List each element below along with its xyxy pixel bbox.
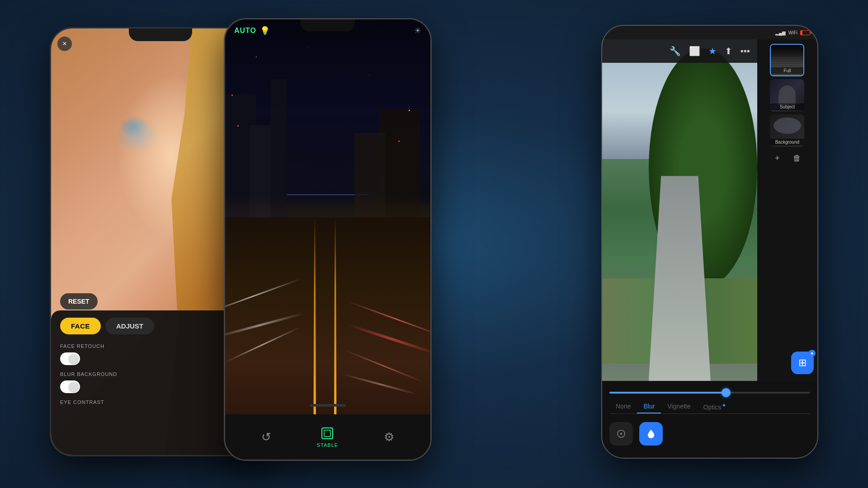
rotate-control[interactable]: ↺ — [261, 430, 271, 444]
right-phone: ▂▄▆ WiFi 🔧 ⬜ ★ ⬆ ••• — [601, 25, 818, 459]
linear-blur-icon[interactable] — [639, 422, 663, 446]
right-phone-screen: ▂▄▆ WiFi 🔧 ⬜ ★ ⬆ ••• — [602, 26, 817, 458]
tab-optics[interactable]: Optics★ — [697, 400, 733, 413]
add-thumb-button[interactable]: + — [770, 151, 784, 165]
phones-container: × EXP RESET ↩ FACE ADJUST — [0, 0, 868, 488]
slider-thumb[interactable] — [722, 388, 731, 397]
thumb-action-buttons: + 🗑 — [770, 151, 804, 165]
gear-icon: ⚙ — [384, 430, 394, 444]
layers-icon: ⊞ — [798, 357, 807, 369]
light-streak — [342, 373, 418, 395]
battery-icon — [800, 30, 810, 35]
brightness-icon[interactable]: ☀ — [414, 26, 421, 36]
adjust-tab-button[interactable]: ADJUST — [105, 318, 154, 334]
thumb-full[interactable]: Full — [770, 44, 804, 76]
thumbnails-panel: Full Subject Background + 🗑 — [757, 39, 817, 381]
blur-type-icons — [609, 419, 810, 448]
star-dot — [307, 47, 308, 47]
signal-bars: ▂▄▆ — [775, 30, 786, 35]
window-light — [409, 110, 410, 111]
tab-none[interactable]: None — [609, 400, 637, 413]
optics-star: ★ — [722, 403, 726, 408]
reset-button[interactable]: RESET — [60, 293, 98, 310]
radial-blur-icon[interactable] — [609, 422, 633, 446]
thumb-subject[interactable]: Subject — [770, 79, 804, 112]
thumb-full-label: Full — [771, 67, 803, 74]
delete-thumb-button[interactable]: 🗑 — [790, 151, 804, 165]
layers-ai-button[interactable]: ⊞ ★ — [791, 352, 814, 374]
auto-badge: AUTO — [234, 27, 256, 35]
intensity-slider[interactable] — [609, 392, 810, 394]
svg-point-3 — [620, 433, 622, 435]
effect-tab-bar: None Blur Vignette Optics★ — [609, 400, 810, 414]
thumb-background[interactable]: Background — [770, 114, 804, 147]
left-phone-notch — [129, 28, 192, 41]
svg-rect-0 — [322, 428, 333, 439]
radial-icon-svg — [616, 428, 627, 439]
center-phone-screen: AUTO 💡 ☀ — [225, 19, 430, 460]
svg-rect-1 — [324, 430, 330, 436]
pages-icon[interactable]: ⬜ — [689, 46, 700, 56]
window-light — [398, 141, 400, 142]
window-light — [231, 94, 233, 96]
drop-icon-svg — [646, 428, 656, 439]
stable-control[interactable]: STABLE — [317, 426, 338, 448]
right-toolbar: 🔧 ⬜ ★ ⬆ ••• — [602, 39, 757, 63]
face-retouch-toggle[interactable] — [60, 352, 80, 365]
bulb-icon: 💡 — [260, 26, 270, 36]
center-phone: AUTO 💡 ☀ — [224, 18, 432, 461]
star-icon[interactable]: ★ — [708, 46, 717, 56]
city-buildings — [225, 63, 430, 217]
more-icon[interactable]: ••• — [741, 46, 750, 56]
blur-background-toggle[interactable] — [60, 380, 80, 393]
home-indicator — [310, 404, 346, 407]
gear-control[interactable]: ⚙ — [384, 430, 394, 444]
wifi-icon: WiFi — [788, 30, 797, 35]
stable-icon — [320, 426, 335, 441]
stable-label: STABLE — [317, 442, 338, 448]
share-icon[interactable]: ⬆ — [725, 46, 732, 56]
slider-fill — [609, 392, 726, 394]
thumb-subject-label: Subject — [770, 103, 804, 110]
center-status-bar: AUTO 💡 ☀ — [225, 19, 430, 42]
center-extra-bar — [225, 396, 430, 414]
right-status-bar: ▂▄▆ WiFi — [602, 26, 817, 39]
tools-icon[interactable]: 🔧 — [670, 46, 681, 56]
battery-fill — [801, 31, 802, 35]
close-button[interactable]: × — [57, 37, 72, 51]
face-tab-button[interactable]: FACE — [60, 318, 101, 334]
star-dot — [256, 56, 257, 57]
tab-vignette[interactable]: Vignette — [661, 400, 697, 413]
light-streak-red — [348, 324, 430, 355]
right-bottom-panel: None Blur Vignette Optics★ — [602, 381, 817, 458]
layers-star: ★ — [808, 350, 816, 357]
light-streak — [225, 312, 304, 338]
center-bottom-controls: ↺ STABLE ⚙ — [225, 414, 430, 460]
garden-photo — [602, 39, 757, 381]
thumb-background-label: Background — [770, 139, 804, 145]
light-streak-red — [348, 301, 430, 337]
rotate-icon: ↺ — [261, 430, 271, 444]
light-streak — [225, 278, 301, 314]
tab-blur[interactable]: Blur — [637, 400, 661, 413]
